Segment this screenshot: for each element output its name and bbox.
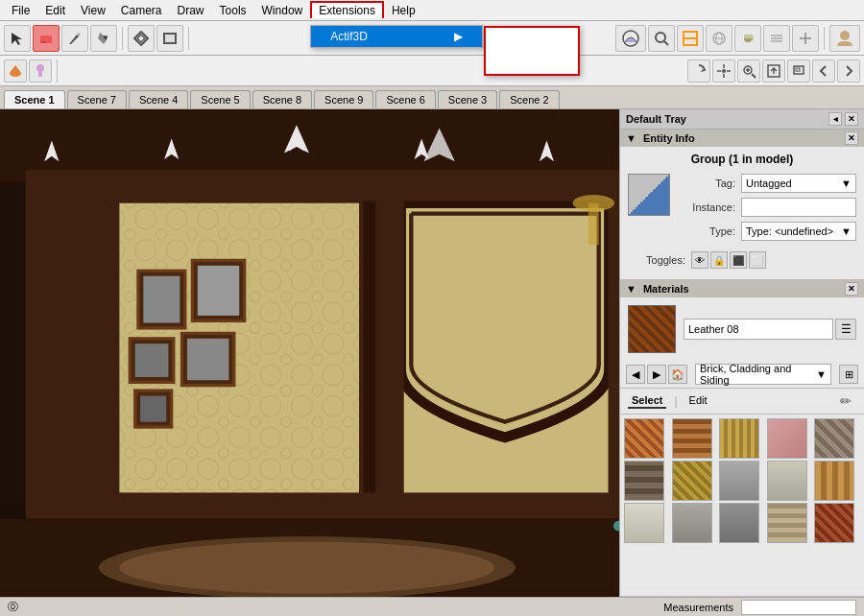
edit-tab[interactable]: Edit	[685, 393, 711, 409]
entity-fields: Tag: Untagged ▼ Instance: Type:	[678, 174, 856, 246]
default-tray-header: Default Tray ◂ ✕	[620, 109, 864, 130]
svg-rect-51	[198, 266, 239, 316]
secondary-toolbar	[0, 56, 864, 86]
main-area: Default Tray ◂ ✕ ▼ Entity Info ✕ Group (…	[0, 109, 864, 597]
menu-edit[interactable]: Edit	[37, 2, 73, 19]
toggle-cast-shadows-btn[interactable]: ⬛	[730, 251, 747, 269]
material-swatch-13[interactable]	[719, 503, 759, 543]
material-preview-swatch	[628, 305, 676, 353]
fog-btn[interactable]	[763, 25, 790, 52]
tray-close-btn[interactable]: ✕	[845, 112, 858, 126]
rectangle-tool-btn[interactable]	[156, 25, 183, 52]
menu-window[interactable]: Window	[254, 2, 311, 19]
geo-btn[interactable]	[706, 25, 732, 52]
material-swatch-5[interactable]	[814, 418, 854, 459]
toggles-label: Toggles:	[628, 254, 685, 266]
edit-pencil-btn[interactable]: ✏	[835, 391, 856, 412]
material-swatch-6[interactable]	[624, 461, 664, 501]
materials-close-btn[interactable]: ✕	[845, 282, 858, 296]
menu-tools[interactable]: Tools	[212, 2, 254, 19]
scene-tab-9[interactable]: Scene 9	[314, 90, 373, 108]
category-dropdown[interactable]: Brick, Cladding and Siding ▼	[695, 364, 831, 385]
menu-help[interactable]: Help	[384, 2, 423, 19]
zoom-extent-btn[interactable]	[762, 59, 785, 83]
material-menu-btn[interactable]: ☰	[835, 319, 856, 340]
zoom-in-btn[interactable]	[737, 59, 760, 83]
profile-btn[interactable]	[829, 25, 860, 52]
zoom-window-btn[interactable]	[787, 59, 810, 83]
eye-dropper-btn[interactable]	[29, 59, 52, 83]
eraser-tool-btn[interactable]	[33, 25, 60, 52]
entity-info-header[interactable]: ▼ Entity Info ✕	[620, 130, 864, 147]
material-swatch-8[interactable]	[719, 461, 759, 501]
section-btn[interactable]	[677, 25, 704, 52]
scene-tab-7[interactable]: Scene 7	[67, 90, 127, 108]
actif3d-menu-item[interactable]: Actif3D ▶ Upload Add Light	[311, 26, 482, 47]
status-left: ⓪	[8, 600, 18, 614]
type-label: Type:	[678, 225, 735, 237]
svg-line-8	[664, 41, 668, 45]
toolbar-sep-1	[122, 27, 123, 50]
material-swatch-11[interactable]	[624, 503, 664, 543]
scene-tab-6[interactable]: Scene 6	[375, 90, 435, 108]
scene-tab-1[interactable]: Scene 1	[4, 90, 65, 108]
menu-draw[interactable]: Draw	[170, 2, 212, 19]
toolbar2-sep-1	[57, 59, 58, 83]
svg-point-60	[119, 541, 494, 593]
magnify-btn[interactable]	[648, 25, 675, 52]
material-swatch-3[interactable]	[719, 418, 759, 459]
material-swatch-14[interactable]	[767, 503, 807, 543]
tray-pin-btn[interactable]: ◂	[828, 112, 842, 126]
shadow-btn[interactable]	[734, 25, 761, 52]
toggle-visibility-btn[interactable]: 👁	[691, 251, 708, 269]
material-swatch-9[interactable]	[767, 461, 807, 501]
instance-input[interactable]	[741, 198, 856, 217]
paint-bucket-btn[interactable]	[4, 59, 27, 83]
viewport[interactable]	[0, 109, 619, 597]
material-swatch-1[interactable]	[624, 418, 664, 459]
svg-rect-29	[796, 68, 800, 71]
orbit-btn[interactable]	[687, 59, 710, 83]
next-view-btn[interactable]	[837, 59, 860, 83]
material-details-btn[interactable]: ⊞	[839, 365, 858, 384]
menu-view[interactable]: View	[73, 2, 113, 19]
select-tool-btn[interactable]	[4, 25, 31, 52]
tag-dropdown[interactable]: Untagged ▼	[741, 174, 856, 193]
material-home-btn[interactable]: 🏠	[668, 365, 687, 384]
scene-tab-5[interactable]: Scene 5	[190, 90, 250, 108]
type-dropdown[interactable]: Type: <undefined> ▼	[741, 222, 856, 241]
toggle-lock-btn[interactable]: 🔒	[710, 251, 728, 269]
select-tab[interactable]: Select	[628, 393, 666, 409]
menu-extensions[interactable]: Extensions	[310, 1, 384, 18]
toggle-receive-shadows-btn[interactable]: ⬜	[749, 251, 766, 269]
add-light-menu-item[interactable]: Add Light	[486, 51, 578, 74]
entity-info-content: Group (1 in model) Tag: Untagged ▼	[620, 147, 864, 279]
entity-info-close-btn[interactable]: ✕	[845, 131, 858, 145]
material-name-input[interactable]	[684, 319, 833, 340]
material-swatch-12[interactable]	[672, 503, 712, 543]
material-back-btn[interactable]: ◀	[626, 365, 645, 384]
paint-dropdown-btn[interactable]: ▼	[90, 25, 117, 52]
scene-tab-4[interactable]: Scene 4	[129, 90, 188, 108]
offset-tool-btn[interactable]	[128, 25, 155, 52]
prev-view-btn[interactable]	[812, 59, 835, 83]
pan-btn[interactable]	[712, 59, 735, 83]
measurements-input[interactable]	[741, 600, 856, 615]
pencil-tool-btn[interactable]	[61, 25, 88, 52]
upload-menu-item[interactable]: Upload	[486, 28, 578, 51]
menu-camera[interactable]: Camera	[113, 2, 170, 19]
material-forward-btn[interactable]: ▶	[647, 365, 666, 384]
match-photo-btn[interactable]	[792, 25, 819, 52]
right-panel: Default Tray ◂ ✕ ▼ Entity Info ✕ Group (…	[619, 109, 864, 597]
scene-tab-8[interactable]: Scene 8	[252, 90, 312, 108]
styles-btn[interactable]	[615, 25, 646, 52]
menu-file[interactable]: File	[4, 2, 37, 19]
scene-tab-3[interactable]: Scene 3	[438, 90, 497, 108]
svg-rect-44	[97, 201, 116, 509]
material-swatch-15[interactable]	[814, 503, 854, 543]
scene-tab-2[interactable]: Scene 2	[499, 90, 559, 108]
material-swatch-10[interactable]	[814, 461, 854, 501]
material-swatch-7[interactable]	[672, 461, 712, 501]
material-swatch-4[interactable]	[767, 418, 807, 459]
material-swatch-2[interactable]	[672, 418, 712, 459]
